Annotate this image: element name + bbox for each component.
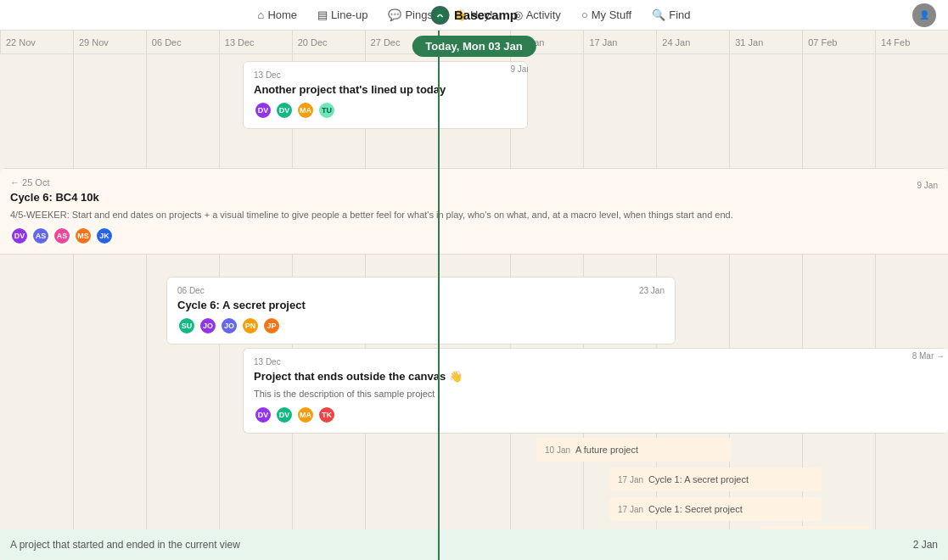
- project-arrow-label: ← 25 Oct: [10, 177, 733, 188]
- date-col: 29 Nov: [73, 31, 146, 53]
- avatar: AS: [31, 227, 50, 245]
- bottom-bar-date: 2 Jan: [913, 539, 938, 551]
- nav-lineup[interactable]: ▤ Line-up: [307, 0, 378, 31]
- flat-bar-cycle1-secret-project[interactable]: 17 Jan Cycle 1: A secret project: [609, 468, 822, 491]
- avatar: MS: [74, 227, 93, 245]
- nav-find-label: Find: [669, 8, 690, 21]
- project-title: Cycle 6: BC4 10k: [10, 191, 733, 204]
- nav-mystuff[interactable]: ○ My Stuff: [571, 0, 642, 31]
- arrow-text: ← 25 Oct: [10, 177, 49, 188]
- project-bar-cycle6-secret[interactable]: 06 Dec 23 Jan Cycle 6: A secret project …: [166, 277, 676, 344]
- bar-date: 17 Jan: [618, 475, 643, 484]
- avatar: DV: [254, 101, 272, 120]
- avatar: PN: [241, 316, 260, 335]
- project-bar-cycle6-bc4[interactable]: ← 25 Oct Cycle 6: BC4 10k 4/5-WEEKER: St…: [0, 168, 948, 261]
- project-avatars: DV DV MA TU: [254, 101, 517, 120]
- brand-logo[interactable]: Basecamp: [430, 6, 518, 25]
- project-end-label: 9 Jan: [917, 177, 938, 190]
- avatar: SU: [177, 316, 196, 335]
- avatar: DV: [10, 227, 29, 245]
- nav-lineup-label: Line-up: [331, 8, 367, 21]
- project-avatars: SU JO JO PN JP: [177, 316, 665, 335]
- brand-name: Basecamp: [454, 8, 518, 22]
- basecamp-logo-icon: [430, 6, 449, 25]
- project-end-label: 9 Jan: [511, 64, 528, 74]
- avatar: JO: [199, 316, 217, 335]
- user-avatar[interactable]: 👤: [912, 3, 936, 27]
- grid-line: [73, 54, 74, 560]
- timeline-container: 22 Nov29 Nov06 Dec13 Dec20 Dec27 Dec03 J…: [0, 31, 948, 560]
- project-desc: This is the description of this sample p…: [254, 388, 938, 400]
- bar-date: 10 Jan: [545, 445, 570, 455]
- date-col: 07 Feb: [802, 31, 875, 53]
- avatar: DV: [275, 406, 294, 424]
- project-date-label: 13 Dec: [254, 357, 938, 367]
- avatar: DV: [275, 101, 294, 120]
- project-end-label: 23 Jan: [639, 286, 665, 299]
- nav-pings-label: Pings: [405, 8, 433, 21]
- date-col: 20 Dec: [292, 31, 365, 53]
- avatar: AS: [53, 227, 71, 245]
- nav-activity-label: Activity: [526, 8, 561, 21]
- bar-title: Cycle 1: A secret project: [648, 474, 749, 484]
- avatar: MA: [296, 406, 315, 424]
- bottom-project-bar[interactable]: A project that started and ended in the …: [0, 529, 948, 560]
- avatar: TU: [317, 101, 336, 120]
- top-navigation: Basecamp ⌂ Home ▤ Line-up 💬 Pings 👋 Hey!…: [0, 0, 948, 31]
- lineup-icon: ▤: [317, 8, 328, 21]
- flat-bar-future[interactable]: 10 Jan A future project: [536, 438, 732, 462]
- project-bar-another[interactable]: 13 Dec Another project that's lined up t…: [243, 61, 528, 129]
- grid-line: [875, 54, 876, 560]
- project-title: Project that ends outside the canvas 👋: [254, 370, 938, 383]
- project-avatars: DV DV MA TK: [254, 406, 938, 424]
- date-col: 06 Dec: [146, 31, 219, 53]
- project-end-label: 8 Mar →: [912, 351, 945, 361]
- bar-title: Cycle 1: Secret project: [648, 504, 743, 514]
- date-col: 24 Jan: [656, 31, 729, 53]
- nav-find[interactable]: 🔍 Find: [642, 0, 700, 31]
- project-date-label: 13 Dec: [254, 70, 517, 80]
- date-col: 31 Jan: [729, 31, 802, 53]
- avatar: JK: [95, 227, 114, 245]
- date-col: 17 Jan: [583, 31, 656, 53]
- bar-date: 17 Jan: [618, 505, 643, 514]
- avatar-initials: 👤: [919, 10, 929, 20]
- avatar: TK: [317, 406, 336, 424]
- project-title: Another project that's lined up today: [254, 83, 517, 96]
- project-bar-outside[interactable]: 13 Dec Project that ends outside the can…: [243, 348, 948, 434]
- avatar: DV: [254, 406, 272, 424]
- date-col: 14 Feb: [875, 31, 948, 53]
- bottom-bar-title: A project that started and ended in the …: [10, 539, 240, 551]
- find-icon: 🔍: [652, 8, 665, 21]
- flat-bar-cycle1-secret[interactable]: 17 Jan Cycle 1: Secret project: [609, 497, 822, 521]
- date-col: 13 Dec: [219, 31, 292, 53]
- avatar: MA: [296, 101, 315, 120]
- nav-home-label: Home: [267, 8, 297, 21]
- project-avatars: DV AS AS MS JK: [10, 227, 733, 245]
- today-line: [438, 31, 440, 560]
- nav-home[interactable]: ⌂ Home: [248, 0, 308, 31]
- nav-mystuff-label: My Stuff: [592, 8, 631, 21]
- pings-icon: 💬: [388, 8, 401, 21]
- project-date-label: 06 Dec: [177, 286, 205, 295]
- home-icon: ⌂: [258, 8, 265, 21]
- avatar: JP: [262, 316, 281, 335]
- today-button[interactable]: Today, Mon 03 Jan: [412, 36, 536, 57]
- project-title: Cycle 6: A secret project: [177, 299, 665, 311]
- avatar: JO: [220, 316, 238, 335]
- mystuff-icon: ○: [581, 8, 588, 21]
- grid-line: [146, 54, 147, 560]
- date-col: 22 Nov: [0, 31, 73, 53]
- project-desc: 4/5-WEEKER: Start and end dates on proje…: [10, 209, 733, 221]
- bar-title: A future project: [575, 445, 638, 455]
